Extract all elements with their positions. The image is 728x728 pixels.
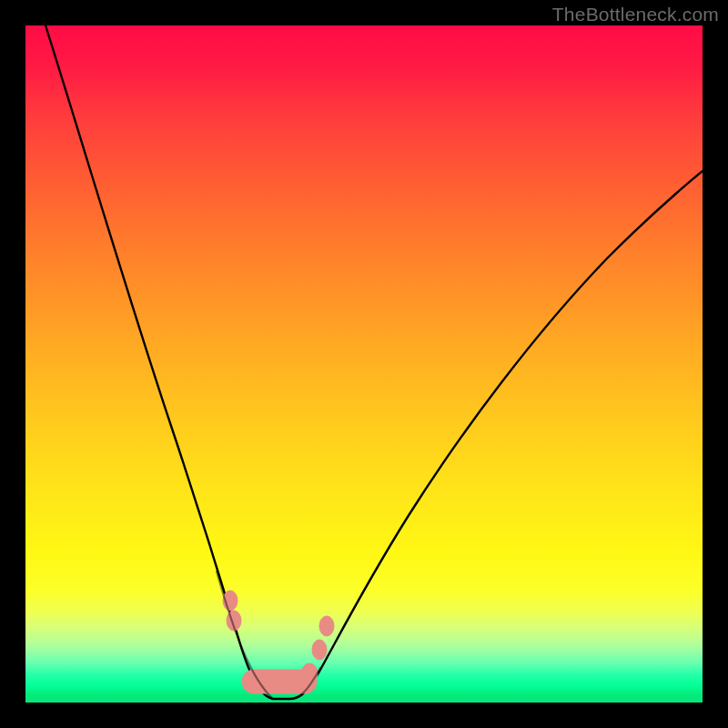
curve-left-branch [46,25,289,699]
watermark-text: TheBottleneck.com [552,4,719,25]
chart-frame: TheBottleneck.com [0,0,728,728]
svg-point-3 [301,663,318,683]
plot-area [25,25,703,703]
svg-point-4 [312,640,327,660]
curve-right-branch [289,171,703,699]
curves-layer [25,25,703,703]
svg-point-5 [319,616,334,636]
